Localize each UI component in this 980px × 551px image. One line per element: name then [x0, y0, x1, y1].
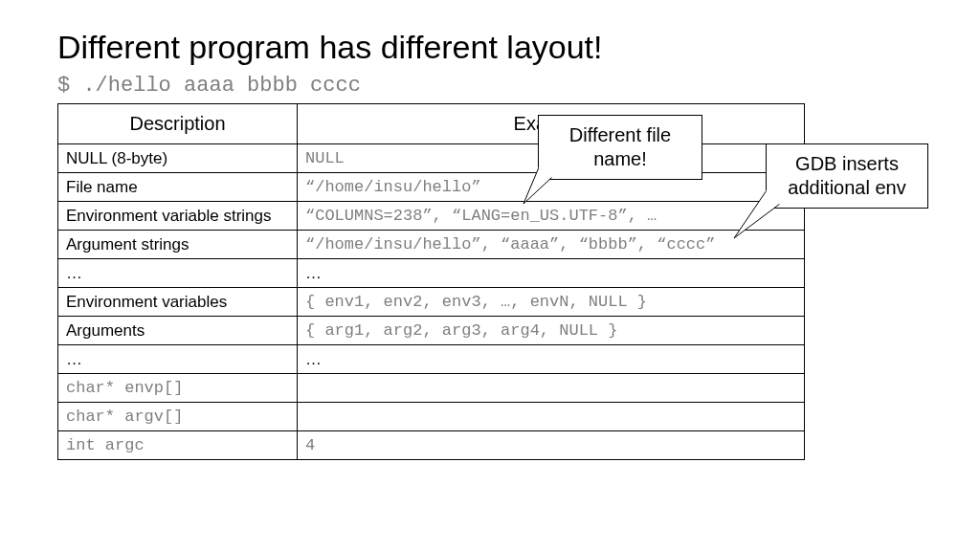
- cell-example: [298, 403, 805, 431]
- col-header-description: Description: [58, 104, 298, 144]
- callout-gdb-text: GDB inserts additional env: [788, 153, 905, 198]
- cell-example: …: [298, 259, 805, 288]
- callout-gdb: GDB inserts additional env: [766, 143, 928, 209]
- cell-example: 4: [298, 431, 805, 460]
- table-row: char* envp[]: [58, 374, 805, 403]
- table-row: ……: [58, 345, 805, 374]
- table-row: ……: [58, 259, 805, 288]
- cell-description: Environment variable strings: [58, 202, 298, 231]
- cell-description: Arguments: [58, 317, 298, 345]
- cell-description: int argc: [58, 431, 298, 460]
- cell-description: char* envp[]: [58, 374, 298, 403]
- cell-example: …: [298, 345, 805, 374]
- table-row: Environment variables{ env1, env2, env3,…: [58, 288, 805, 317]
- cell-example: [298, 374, 805, 403]
- slide-title: Different program has different layout!: [57, 29, 923, 66]
- cell-description: char* argv[]: [58, 403, 298, 431]
- cell-description: NULL (8-byte): [58, 144, 298, 173]
- callout-filename-text: Different file name!: [569, 124, 671, 169]
- cell-description: Argument strings: [58, 231, 298, 259]
- table-row: char* argv[]: [58, 403, 805, 431]
- cell-example: { env1, env2, env3, …, envN, NULL }: [298, 288, 805, 317]
- cell-description: Environment variables: [58, 288, 298, 317]
- cell-description: …: [58, 345, 298, 374]
- callout-filename: Different file name!: [538, 115, 702, 180]
- cell-example: “COLUMNS=238”, “LANG=en_US.UTF-8”, …: [298, 202, 805, 231]
- cell-description: …: [58, 259, 298, 288]
- table-row: Argument strings“/home/insu/hello”, “aaa…: [58, 231, 805, 259]
- cell-example: “/home/insu/hello”, “aaaa”, “bbbb”, “ccc…: [298, 231, 805, 259]
- cell-example: { arg1, arg2, arg3, arg4, NULL }: [298, 317, 805, 345]
- cell-description: File name: [58, 173, 298, 202]
- command-line: $ ./hello aaaa bbbb cccc: [57, 74, 923, 98]
- table-row: Environment variable strings“COLUMNS=238…: [58, 202, 805, 231]
- table-row: Arguments{ arg1, arg2, arg3, arg4, NULL …: [58, 317, 805, 345]
- table-row: int argc4: [58, 431, 805, 460]
